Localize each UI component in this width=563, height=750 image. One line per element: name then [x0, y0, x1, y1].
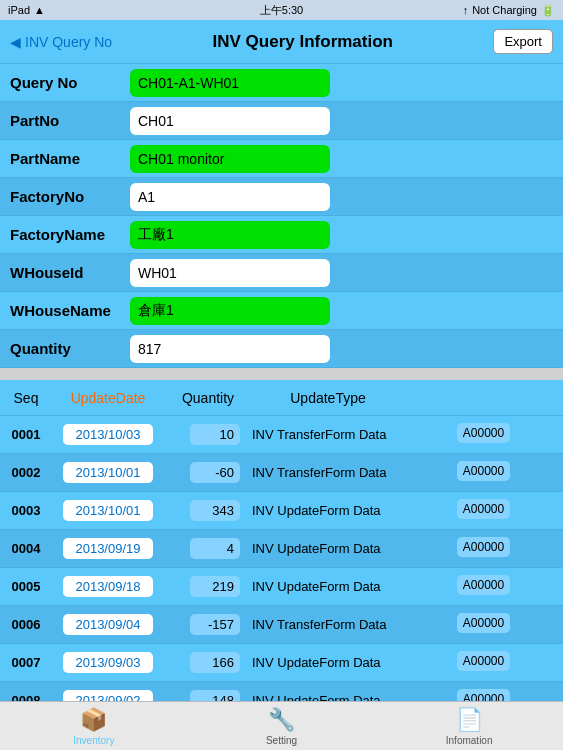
nav-title: INV Query Information: [213, 32, 393, 52]
td-seq: 0007: [4, 655, 48, 670]
td-extra: A00000: [408, 461, 559, 484]
form-row: FactoryNo A1: [0, 178, 563, 216]
td-seq: 0003: [4, 503, 48, 518]
tab-information[interactable]: 📄 Infomation: [429, 707, 509, 746]
col-seq: Seq: [4, 390, 48, 406]
table-section: Seq UpdateDate Quantity UpdateType 0001 …: [0, 380, 563, 750]
td-quantity: 10: [168, 424, 248, 445]
form-row: WHouseName 倉庫1: [0, 292, 563, 330]
time-display: 上午5:30: [260, 4, 303, 16]
td-date: 2013/09/19: [48, 538, 168, 559]
td-extra: A00000: [408, 651, 559, 674]
td-date: 2013/09/18: [48, 576, 168, 597]
setting-icon: 🔧: [268, 707, 295, 733]
td-extra: A00000: [408, 499, 559, 522]
nav-bar: ◀ INV Query No INV Query Information Exp…: [0, 20, 563, 64]
td-seq: 0001: [4, 427, 48, 442]
form-value: 工廠1: [130, 221, 330, 249]
col-quantity: Quantity: [168, 390, 248, 406]
form-row: PartNo CH01: [0, 102, 563, 140]
form-value: 倉庫1: [130, 297, 330, 325]
td-seq: 0005: [4, 579, 48, 594]
form-label: PartNo: [10, 112, 130, 129]
table-row[interactable]: 0003 2013/10/01 343 INV UpdateForm Data …: [0, 492, 563, 530]
table-row[interactable]: 0007 2013/09/03 166 INV UpdateForm Data …: [0, 644, 563, 682]
form-label: PartName: [10, 150, 130, 167]
table-row[interactable]: 0001 2013/10/03 10 INV TransferForm Data…: [0, 416, 563, 454]
form-label: WHouseId: [10, 264, 130, 281]
td-date: 2013/10/03: [48, 424, 168, 445]
td-type: INV TransferForm Data: [248, 427, 408, 442]
form-label: Quantity: [10, 340, 130, 357]
table-row[interactable]: 0004 2013/09/19 4 INV UpdateForm Data A0…: [0, 530, 563, 568]
table-row[interactable]: 0006 2013/09/04 -157 INV TransferForm Da…: [0, 606, 563, 644]
inventory-icon: 📦: [80, 707, 107, 733]
form-row: FactoryName 工廠1: [0, 216, 563, 254]
td-date: 2013/10/01: [48, 500, 168, 521]
td-quantity: 219: [168, 576, 248, 597]
form-value: CH01-A1-WH01: [130, 69, 330, 97]
form-value: 817: [130, 335, 330, 363]
status-bar: iPad ▲ 上午5:30 ↑ Not Charging 🔋: [0, 0, 563, 20]
tab-inventory[interactable]: 📦 Inventory: [54, 707, 134, 746]
td-quantity: -60: [168, 462, 248, 483]
information-icon: 📄: [456, 707, 483, 733]
td-quantity: -157: [168, 614, 248, 635]
form-value: A1: [130, 183, 330, 211]
information-label: Infomation: [446, 735, 493, 746]
td-date: 2013/09/04: [48, 614, 168, 635]
td-type: INV UpdateForm Data: [248, 503, 408, 518]
td-quantity: 4: [168, 538, 248, 559]
td-type: INV UpdateForm Data: [248, 579, 408, 594]
td-extra: A00000: [408, 613, 559, 636]
form-label: Query No: [10, 74, 130, 91]
back-chevron-icon: ◀: [10, 34, 21, 50]
table-header: Seq UpdateDate Quantity UpdateType: [0, 380, 563, 416]
export-button[interactable]: Export: [493, 29, 553, 54]
tab-bar: 📦 Inventory 🔧 Setting 📄 Infomation: [0, 701, 563, 750]
section-divider: [0, 368, 563, 380]
td-date: 2013/10/01: [48, 462, 168, 483]
form-row: Quantity 817: [0, 330, 563, 368]
td-type: INV UpdateForm Data: [248, 655, 408, 670]
tab-setting[interactable]: 🔧 Setting: [241, 707, 321, 746]
form-value: CH01 monitor: [130, 145, 330, 173]
table-row[interactable]: 0005 2013/09/18 219 INV UpdateForm Data …: [0, 568, 563, 606]
td-extra: A00000: [408, 575, 559, 598]
td-quantity: 343: [168, 500, 248, 521]
form-label: FactoryNo: [10, 188, 130, 205]
device-label: iPad: [8, 4, 30, 16]
form-value: WH01: [130, 259, 330, 287]
td-quantity: 166: [168, 652, 248, 673]
form-row: PartName CH01 monitor: [0, 140, 563, 178]
form-label: WHouseName: [10, 302, 130, 319]
td-seq: 0004: [4, 541, 48, 556]
td-extra: A00000: [408, 423, 559, 446]
form-row: Query No CH01-A1-WH01: [0, 64, 563, 102]
td-type: INV UpdateForm Data: [248, 541, 408, 556]
form-section: Query No CH01-A1-WH01 PartNo CH01 PartNa…: [0, 64, 563, 368]
td-type: INV TransferForm Data: [248, 465, 408, 480]
back-label: INV Query No: [25, 34, 112, 50]
col-update-date: UpdateDate: [48, 390, 168, 406]
form-label: FactoryName: [10, 226, 130, 243]
setting-label: Setting: [266, 735, 297, 746]
td-type: INV TransferForm Data: [248, 617, 408, 632]
col-update-type: UpdateType: [248, 390, 408, 406]
back-button[interactable]: ◀ INV Query No: [10, 34, 112, 50]
inventory-label: Inventory: [73, 735, 114, 746]
td-seq: 0002: [4, 465, 48, 480]
charging-label: Not Charging: [472, 4, 537, 16]
wifi-icon: ▲: [34, 4, 45, 16]
td-seq: 0006: [4, 617, 48, 632]
form-row: WHouseId WH01: [0, 254, 563, 292]
battery-icon: 🔋: [541, 4, 555, 17]
table-row[interactable]: 0002 2013/10/01 -60 INV TransferForm Dat…: [0, 454, 563, 492]
signal-icon: ↑: [463, 4, 469, 16]
td-date: 2013/09/03: [48, 652, 168, 673]
form-value: CH01: [130, 107, 330, 135]
td-extra: A00000: [408, 537, 559, 560]
